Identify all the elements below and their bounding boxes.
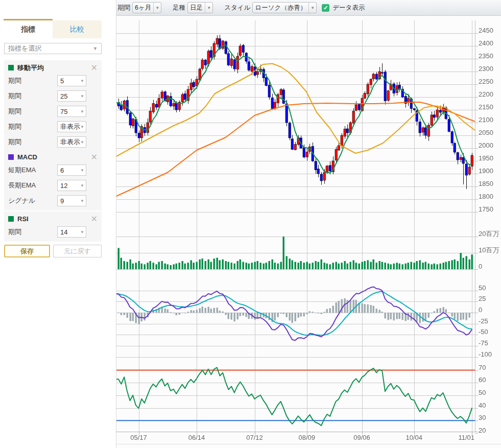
tab-compare-label: 比較	[70, 25, 84, 34]
data-display-checkbox[interactable]	[322, 4, 329, 12]
chevron-down-icon	[80, 109, 84, 114]
tab-compare[interactable]: 比較	[53, 20, 102, 38]
chevron-down-icon	[153, 3, 161, 13]
data-display-label: データ表示	[332, 4, 365, 12]
ma-period4-value: 非表示	[60, 122, 80, 131]
sidebar: 指標 比較 指標を選択 移動平均 期間5 期間25 期間75 期間非表示 期間非…	[0, 0, 116, 448]
tab-indicators-label: 指標	[21, 25, 35, 34]
indicator-select-placeholder: 指標を選択	[8, 44, 41, 53]
ma-color-swatch	[8, 65, 14, 70]
macd-fast-value: 6	[60, 167, 64, 174]
macd-slow-value: 12	[60, 182, 67, 190]
macd-row2-label: 長期EMA	[8, 181, 57, 190]
style-value: ローソク（赤青）	[253, 3, 308, 13]
period-value: 6ヶ月	[133, 3, 153, 13]
close-icon[interactable]	[91, 153, 98, 161]
ma-period4-select[interactable]: 非表示	[57, 121, 86, 132]
bartype-value: 日足	[188, 3, 205, 13]
save-button[interactable]: 保存	[4, 245, 50, 257]
ma-period3-value: 75	[60, 108, 67, 115]
panel-rsi-title: RSI	[17, 215, 29, 223]
macd-slow-select[interactable]: 12	[57, 180, 86, 191]
chevron-down-icon	[205, 3, 212, 13]
panel-ma-title: 移動平均	[17, 63, 44, 73]
chevron-down-icon	[80, 168, 84, 173]
panel-macd: MACD 短期EMA6 長期EMA12 シグナル9	[4, 150, 102, 210]
toolbar: 期間 6ヶ月 足種 日足 スタイル ローソク（赤青） データ表示	[116, 0, 501, 16]
macd-fast-select[interactable]: 6	[57, 164, 86, 176]
ma-period5-value: 非表示	[60, 137, 80, 147]
chevron-down-icon	[80, 125, 84, 129]
period-label: 期間	[117, 4, 130, 12]
chart-canvas[interactable]	[116, 0, 501, 448]
macd-row3-label: シグナル	[8, 196, 57, 205]
macd-signal-value: 9	[60, 197, 64, 205]
ma-row1-label: 期間	[8, 76, 57, 85]
indicator-select[interactable]: 指標を選択	[4, 43, 102, 54]
bartype-dropdown[interactable]: 日足	[187, 2, 213, 13]
chevron-down-icon	[80, 79, 84, 83]
ma-period1-value: 5	[60, 77, 64, 85]
chevron-down-icon	[80, 94, 84, 99]
ma-row3-label: 期間	[8, 107, 57, 116]
ma-period3-select[interactable]: 75	[57, 106, 86, 117]
style-label: スタイル	[224, 4, 250, 12]
macd-row1-label: 短期EMA	[8, 166, 57, 175]
chevron-down-icon	[93, 46, 98, 51]
chevron-down-icon	[80, 199, 84, 203]
panel-moving-average: 移動平均 期間5 期間25 期間75 期間非表示 期間非表示	[4, 60, 102, 152]
rsi-period-select[interactable]: 14	[57, 226, 86, 238]
macd-color-swatch	[8, 154, 14, 160]
style-dropdown[interactable]: ローソク（赤青）	[252, 2, 317, 13]
rsi-period-value: 14	[60, 228, 67, 236]
chevron-down-icon	[80, 140, 84, 145]
close-icon[interactable]	[91, 64, 98, 72]
ma-row5-label: 期間	[8, 137, 57, 147]
tab-indicators[interactable]: 指標	[4, 19, 53, 38]
bartype-label: 足種	[173, 4, 185, 12]
chevron-down-icon	[80, 230, 84, 234]
ma-period2-select[interactable]: 25	[57, 90, 86, 102]
chevron-down-icon	[308, 3, 316, 13]
rsi-color-swatch	[8, 216, 14, 222]
macd-signal-select[interactable]: 9	[57, 195, 86, 206]
ma-row4-label: 期間	[8, 122, 57, 131]
period-dropdown[interactable]: 6ヶ月	[132, 2, 161, 13]
ma-period1-select[interactable]: 5	[57, 75, 86, 86]
ma-period2-value: 25	[60, 92, 67, 100]
panel-rsi: RSI 期間14	[4, 211, 102, 242]
ma-period5-select[interactable]: 非表示	[57, 136, 86, 148]
panel-macd-title: MACD	[17, 153, 37, 161]
ma-row2-label: 期間	[8, 91, 57, 101]
close-icon[interactable]	[91, 215, 98, 223]
chevron-down-icon	[80, 183, 84, 188]
sidebar-tabs: 指標 比較	[4, 19, 102, 38]
rsi-row1-label: 期間	[8, 227, 57, 237]
reset-button[interactable]: 元に戻す	[53, 245, 102, 257]
